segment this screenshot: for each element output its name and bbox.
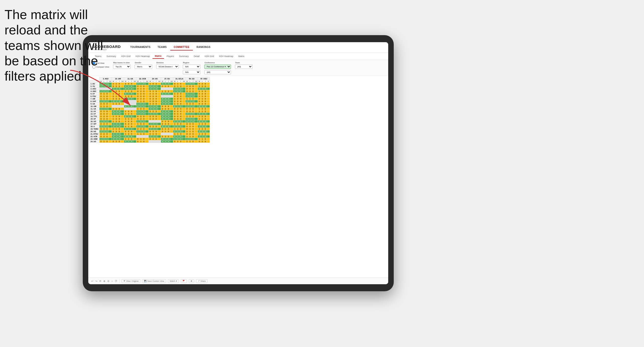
conference-select[interactable]: Pac-12 Conference ▾ (All) — [204, 65, 231, 69]
view-original-btn[interactable]: 👁 View: Original — [122, 279, 140, 283]
save-icon: 💾 — [144, 280, 146, 282]
matrix-cell — [121, 120, 124, 123]
share-label: Share — [200, 280, 206, 282]
save-custom-btn[interactable]: 💾 Save Custom View — [142, 279, 166, 283]
team-group: Team (All) — [235, 62, 253, 69]
matrix-cell: 0 — [192, 103, 195, 105]
matrix-cell — [121, 140, 124, 143]
share-btn[interactable]: ↗ Share — [196, 279, 207, 283]
nav-tournaments[interactable]: TOURNAMENTS — [127, 44, 154, 50]
matrix-cell: 0 — [118, 118, 121, 120]
nav-rankings[interactable]: RANKINGS — [193, 44, 214, 50]
matrix-cell — [207, 103, 210, 105]
subnav-matrix1[interactable]: Matrix — [152, 54, 164, 59]
matrix-cell: 1 — [164, 138, 167, 140]
matrix-cell: 0 — [142, 83, 145, 85]
subnav-h2hgrid1[interactable]: H2H Grid — [119, 54, 133, 59]
matrix-cell-diagonal — [167, 88, 170, 90]
watch-btn[interactable]: Watch ▾ — [168, 279, 179, 283]
matrix-cell: 0 — [139, 120, 142, 123]
subnav-h2hgrid2[interactable]: H2H Grid — [202, 54, 217, 59]
matrix-cell: 1 — [112, 128, 115, 130]
matrix-cell: 0 — [186, 108, 189, 110]
matrix-cell — [195, 105, 198, 108]
matrix-cell — [109, 133, 112, 135]
matrix-cell: 1 — [198, 108, 201, 110]
matrix-cell: 0 — [204, 98, 207, 100]
matrix-cell: 0 — [179, 113, 182, 115]
subnav-summary2[interactable]: Summary — [177, 54, 191, 59]
subnav-detail[interactable]: Detail — [191, 54, 202, 59]
matrix-cell: 0 — [179, 120, 182, 123]
matrix-cell: 0 — [198, 120, 201, 123]
matrix-cell — [121, 123, 124, 125]
undo-icon[interactable]: ↩ — [91, 280, 93, 282]
matrix-cell: 0 — [103, 125, 106, 128]
subnav-matrix2[interactable]: Matrix — [236, 54, 247, 59]
matrix-cell: 2 — [112, 135, 115, 138]
matrix-cell: 1 — [176, 133, 179, 135]
matrix-cell: 2 — [176, 103, 179, 105]
matrix-cell — [207, 108, 210, 110]
matrix-cell: 1 — [152, 105, 155, 108]
matrix-cell — [109, 115, 112, 118]
matrix-cell: 0 — [100, 128, 103, 130]
matrix-cell — [158, 113, 161, 115]
conference-select2[interactable]: (All) — [204, 70, 231, 74]
matrix-cell: 0 — [112, 140, 115, 143]
matrix-cell: 0 — [179, 83, 182, 85]
matrix-cell: 0 — [198, 105, 201, 108]
subnav-h2hheatmap1[interactable]: H2H Heatmap — [133, 54, 152, 59]
matrix-cell: 0 — [167, 85, 170, 88]
matrix-cell: 2 — [100, 125, 103, 128]
matrix-cell: 0 — [142, 120, 145, 123]
watch-label: Watch — [170, 280, 175, 282]
reset-icon[interactable]: ○ — [111, 280, 113, 282]
matrix-cell: 0 — [118, 115, 121, 118]
matrix-cell: 1 — [186, 85, 189, 88]
redo-icon[interactable]: ↪ — [95, 280, 97, 282]
matrix-cell: 2 — [198, 85, 201, 88]
matrix-cell: 1 — [201, 135, 204, 138]
matrix-cell: 1 — [124, 118, 127, 120]
grid-btn[interactable]: ⊞ — [189, 279, 194, 283]
matrix-cell: 0 — [204, 85, 207, 88]
matrix-cell: 0 — [155, 90, 158, 93]
matrix-cell: 1 — [136, 133, 139, 135]
zoom-in-icon[interactable]: ⊕ — [103, 280, 105, 282]
matrix-cell: 0 — [115, 138, 118, 140]
nav-committee[interactable]: COMMITTEE — [170, 44, 193, 50]
subnav-players[interactable]: Players — [164, 54, 177, 59]
matrix-cell — [109, 135, 112, 138]
nav-teams[interactable]: TEAMS — [154, 44, 170, 50]
matrix-cell — [158, 83, 161, 85]
matrix-cell: 2 — [189, 125, 192, 128]
matrix-cell: 0 — [161, 135, 164, 138]
region-select2[interactable]: N/A — [183, 70, 200, 74]
matrix-cell: 2 — [149, 133, 152, 135]
matrix-cell — [207, 85, 210, 88]
matrix-cell: 0 — [179, 133, 182, 135]
matrix-cell — [109, 130, 112, 133]
refresh-icon[interactable]: ⟳ — [99, 280, 101, 282]
division-select[interactable]: NCAA Division I NCAA Division II — [156, 65, 179, 69]
matrix-cell: 2 — [173, 118, 176, 120]
matrix-cell: 2 — [103, 135, 106, 138]
matrix-cell: 0 — [167, 113, 170, 115]
matrix-cell: 0 — [142, 95, 145, 98]
zoom-out-icon[interactable]: ⊖ — [107, 280, 109, 282]
matrix-cell: 1 — [186, 140, 189, 143]
timer-icon[interactable]: ⏱ — [115, 280, 117, 282]
matrix-cell — [121, 125, 124, 128]
matrix-cell: 0 — [155, 128, 158, 130]
matrix-cell — [158, 110, 161, 113]
matrix-cell: 2 — [149, 93, 152, 95]
matrix-cell: 0 — [173, 83, 176, 85]
team-select[interactable]: (All) — [235, 65, 253, 69]
flag-btn[interactable]: 🚩 — [181, 279, 187, 283]
subnav-h2hheatmap2[interactable]: H2H Heatmap — [216, 54, 236, 59]
col-header-uu: 54. UU — [186, 77, 198, 80]
matrix-cell: 0 — [192, 93, 195, 95]
matrix-cell: 1 — [189, 98, 192, 100]
region-select[interactable]: N/A East West — [183, 65, 200, 69]
